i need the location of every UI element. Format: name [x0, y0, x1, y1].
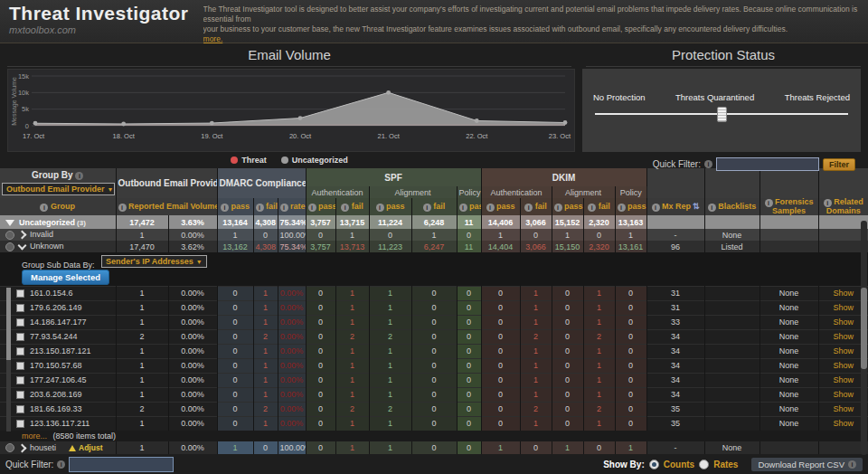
show-related-domains-link[interactable]: Show [834, 390, 854, 399]
spf-align-pass-header[interactable]: pass [369, 198, 411, 215]
adjust-warning[interactable]: Adjust [69, 443, 102, 452]
spf-align-fail-header[interactable]: fail [411, 198, 457, 215]
row-label-cell: 14.186.147.177 [0, 315, 116, 329]
ip-row: 181.66.169.3320.00%020.00%022000202035No… [0, 402, 868, 416]
row-label[interactable]: Unknown [30, 242, 64, 251]
more-link[interactable]: more. [203, 34, 223, 43]
protection-slider-handle[interactable] [717, 107, 727, 122]
data-cell: 0 [481, 402, 520, 416]
row-checkbox[interactable] [16, 362, 24, 370]
data-cell: 34 [646, 344, 704, 358]
more-items-link[interactable]: more... [22, 431, 47, 441]
group-by-dropdown[interactable]: Outbound Email Provider [2, 183, 115, 195]
table-scrollbar[interactable] [861, 221, 867, 455]
show-related-domains-link[interactable]: Show [834, 361, 854, 370]
info-circle-icon[interactable] [5, 242, 14, 251]
data-cell: 0 [457, 229, 481, 241]
data-cell: 0.00% [278, 373, 306, 387]
dmarc-pass-header[interactable]: pass [217, 198, 253, 215]
column-header-provider: Outbound Email Provider [116, 168, 217, 198]
info-icon [708, 204, 716, 212]
ip-row: 177.247.106.4510.00%010.00%011000101034N… [0, 373, 868, 387]
show-related-domains-link[interactable]: Show [834, 289, 854, 298]
row-checkbox[interactable] [16, 289, 24, 298]
mx-rep-header[interactable]: Mx Rep [646, 198, 704, 215]
dkim-auth-pass-header[interactable]: pass [481, 198, 520, 215]
spf-auth-pass-header[interactable]: pass [306, 198, 335, 215]
dkim-align-fail-header[interactable]: fail [583, 198, 615, 215]
ip-row: 14.186.147.17710.00%010.00%011000101033N… [0, 315, 868, 329]
reported-email-volume-header[interactable]: Reported Email Volume [116, 198, 217, 215]
group-column-header[interactable]: Group [0, 198, 116, 215]
subtable-scrollbar[interactable] [6, 288, 11, 431]
row-label: 181.66.169.33 [30, 404, 82, 413]
info-circle-icon[interactable] [5, 443, 14, 452]
data-cell: 11,223 [369, 241, 411, 252]
spf-auth-fail-header[interactable]: fail [335, 198, 369, 215]
data-cell: 0 [615, 387, 646, 402]
group-sub-data-dropdown[interactable]: Sender's IP Addresses [101, 255, 207, 268]
show-related-domains-link[interactable]: Show [834, 419, 854, 428]
show-related-domains-link[interactable]: Show [834, 332, 854, 341]
row-checkbox[interactable] [16, 420, 24, 428]
data-cell: 1 [369, 387, 411, 402]
dkim-policy-pass-header[interactable]: pass [615, 198, 646, 215]
show-related-domains-link[interactable]: Show [834, 375, 854, 384]
row-checkbox[interactable] [16, 304, 24, 312]
row-checkbox[interactable] [16, 318, 24, 327]
dkim-align-pass-header[interactable]: pass [552, 198, 583, 215]
protection-slider-track[interactable] [595, 113, 848, 115]
dkim-auth-fail-header[interactable]: fail [520, 198, 552, 215]
quick-filter-input[interactable] [716, 157, 819, 171]
quick-filter-top: Quick Filter: Filter [579, 157, 868, 171]
dmarc-rate-header[interactable]: rate [278, 198, 306, 215]
data-cell: 0 [583, 229, 615, 241]
collapse-triangle-icon[interactable] [5, 220, 14, 226]
chevron-down-icon[interactable] [18, 241, 27, 250]
show-related-domains-link[interactable]: Show [834, 346, 854, 356]
row-checkbox[interactable] [16, 376, 24, 384]
app-header: Threat Investigator mxtoolbox.com The Th… [0, 0, 868, 43]
chevron-right-icon[interactable] [18, 443, 27, 452]
row-checkbox[interactable] [16, 347, 24, 356]
data-cell: 0.00% [168, 229, 217, 241]
row-label[interactable]: Uncategorized [19, 218, 75, 227]
data-cell: 0 [411, 329, 457, 344]
ip-row: 123.136.117.21110.00%010.00%011000101035… [0, 416, 868, 431]
spf-policy-pass-header[interactable]: pass [457, 198, 481, 215]
scrollbar-thumb[interactable] [861, 288, 867, 369]
data-cell: 3,757 [306, 215, 335, 229]
dmarc-fail-header[interactable]: fail [253, 198, 278, 215]
counts-radio[interactable] [649, 460, 659, 469]
row-checkbox[interactable] [16, 391, 24, 399]
row-label: 123.136.117.211 [30, 419, 90, 428]
download-report-csv-button[interactable]: Download Report CSV [751, 458, 863, 471]
related-domains-header[interactable]: Related Domains [818, 198, 868, 215]
row-checkbox[interactable] [16, 333, 24, 341]
counts-option[interactable]: Counts [664, 460, 694, 469]
filter-button[interactable]: Filter [823, 158, 855, 171]
chevron-right-icon[interactable] [18, 231, 27, 240]
forensics-samples-header[interactable]: Forensics Samples [760, 198, 818, 215]
quick-filter-bottom-input[interactable] [69, 457, 174, 472]
rates-radio[interactable] [699, 460, 709, 469]
manage-selected-button[interactable]: Manage Selected [22, 270, 109, 285]
show-related-domains-link[interactable]: Show [834, 404, 854, 413]
legend-dot-icon [281, 156, 288, 164]
data-cell: 6,247 [411, 241, 457, 252]
row-label: 179.6.206.149 [30, 303, 82, 312]
data-cell: 11,224 [369, 215, 411, 229]
svg-text:Message Volume: Message Volume [11, 77, 18, 126]
scrollbar-thumb[interactable] [6, 288, 11, 360]
data-cell: 13,163 [615, 215, 646, 229]
row-label[interactable]: houseti [30, 443, 56, 452]
rates-option[interactable]: Rates [713, 460, 738, 469]
row-label[interactable]: Invalid [30, 230, 53, 239]
row-checkbox[interactable] [16, 405, 24, 413]
show-related-domains-link[interactable]: Show [834, 318, 854, 327]
data-cell: 0 [552, 373, 583, 387]
data-cell: 4,308 [253, 215, 278, 229]
info-circle-icon[interactable] [5, 231, 14, 240]
show-related-domains-link[interactable]: Show [834, 303, 854, 312]
blacklists-header[interactable]: Blacklists [704, 198, 760, 215]
